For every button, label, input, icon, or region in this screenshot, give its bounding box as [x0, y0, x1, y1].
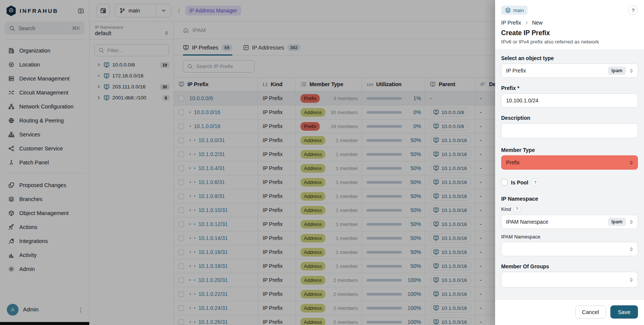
kind-value: IPAM Namespace — [506, 219, 548, 225]
drawer-form: Select an object type IP Prefix Ipam Pre… — [495, 49, 644, 300]
updown-icon — [629, 220, 634, 224]
help-button[interactable]: ? — [628, 5, 638, 15]
ipam-badge: Ipam — [608, 218, 626, 226]
object-type-value: IP Prefix — [506, 68, 526, 74]
description-input[interactable] — [501, 123, 638, 138]
ipam-namespace-select[interactable] — [501, 242, 638, 256]
object-type-select[interactable]: IP Prefix Ipam — [501, 63, 638, 78]
kind-help-button[interactable]: ? — [514, 206, 520, 212]
description-label: Description — [501, 115, 638, 121]
updown-icon — [629, 160, 634, 165]
member-type-label: Member Type — [501, 147, 638, 153]
breadcrumb-current: New — [532, 20, 543, 26]
ip-namespace-section-label: IP Namespace — [501, 196, 638, 202]
is-pool-label: Is Pool — [511, 180, 528, 186]
member-type-value: Prefix — [506, 159, 520, 166]
is-pool-help-button[interactable]: ? — [532, 179, 539, 186]
kind-label: Kind — [501, 206, 511, 212]
modal-overlay[interactable] — [0, 0, 495, 325]
layers-icon — [505, 7, 511, 13]
ipam-namespace-label: IPAM Namespace — [501, 234, 638, 240]
member-of-groups-select[interactable] — [501, 272, 638, 288]
create-prefix-drawer: main ? IP Prefix New Create IP Prefix IP… — [495, 0, 644, 325]
member-type-select[interactable]: Prefix — [501, 155, 638, 170]
app-screen: INFRAHUB Search ⌘K OrganizationLocationD… — [0, 0, 644, 325]
kind-select[interactable]: IPAM Namespace Ipam — [501, 215, 638, 229]
ipam-badge: Ipam — [608, 67, 626, 75]
branch-badge: main — [501, 6, 528, 15]
cancel-button[interactable]: Cancel — [575, 305, 606, 319]
updown-icon — [629, 68, 634, 73]
drawer-subtitle: IPv6 or IPv4 prefix also referred as net… — [501, 39, 638, 45]
save-button[interactable]: Save — [610, 305, 638, 319]
prefix-label: Prefix * — [501, 85, 638, 91]
prefix-input[interactable] — [501, 93, 638, 108]
breadcrumb-parent[interactable]: IP Prefix — [501, 20, 521, 26]
drawer-title: Create IP Prefix — [501, 29, 638, 37]
chevron-right-icon — [525, 21, 529, 25]
drawer-breadcrumb: IP Prefix New — [501, 20, 638, 26]
drawer-header: main ? IP Prefix New Create IP Prefix IP… — [495, 0, 644, 49]
branch-badge-label: main — [513, 8, 524, 13]
updown-icon — [629, 247, 634, 252]
drawer-footer: Cancel Save — [495, 300, 644, 325]
is-pool-checkbox[interactable] — [501, 179, 508, 186]
member-of-groups-label: Member Of Groups — [501, 263, 638, 269]
object-type-label: Select an object type — [501, 55, 638, 61]
updown-icon — [629, 277, 634, 282]
